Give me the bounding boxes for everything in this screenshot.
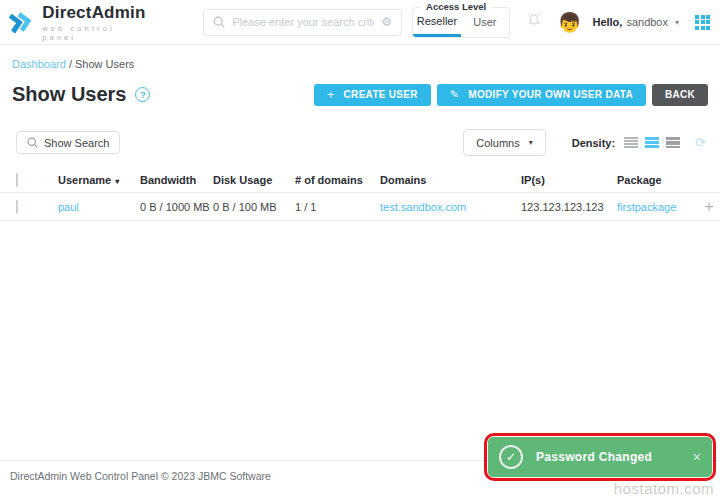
breadcrumb: Dashboard / Show Users xyxy=(0,45,720,70)
global-search[interactable]: ⚙ xyxy=(203,9,402,36)
domain-link[interactable]: test.sandbox.com xyxy=(380,201,466,213)
directadmin-page: DirectAdmin web control panel ⚙ Access L… xyxy=(0,0,720,498)
check-circle-icon: ✓ xyxy=(499,445,523,469)
logo-title: DirectAdmin xyxy=(42,3,147,23)
toast-message: Password Changed xyxy=(536,450,652,464)
logo[interactable]: DirectAdmin web control panel xyxy=(8,3,147,42)
bandwidth-value: 0 B / 1000 MB xyxy=(140,201,213,213)
modify-own-user-data-button[interactable]: ✎ MODIFY YOUR OWN USER DATA xyxy=(437,84,646,106)
search-settings-gear-icon[interactable]: ⚙ xyxy=(381,16,392,28)
access-level-label: Access Level xyxy=(421,1,491,12)
back-button[interactable]: BACK xyxy=(652,84,708,106)
chevron-down-icon: ▾ xyxy=(529,138,533,147)
greeting-hello: Hello, xyxy=(592,16,622,28)
chevron-down-icon: ▾ xyxy=(675,18,679,27)
tab-reseller[interactable]: Reseller xyxy=(413,8,461,37)
password-changed-toast: ✓ Password Changed × xyxy=(488,437,712,477)
row-checkbox[interactable] xyxy=(16,200,18,214)
apps-grid-icon[interactable] xyxy=(695,15,710,30)
table-row: paul 0 B / 1000 MB 0 B / 100 MB 1 / 1 te… xyxy=(0,193,720,221)
column-header-domains[interactable]: Domains xyxy=(380,174,521,186)
search-input[interactable] xyxy=(232,16,374,28)
table-toolbar: Show Search Columns ▾ Density: ⟳ xyxy=(0,106,720,156)
column-header-ips[interactable]: IP(s) xyxy=(521,174,617,186)
watermark: hostatom.com xyxy=(614,480,714,497)
sort-desc-icon: ▾ xyxy=(115,177,119,186)
table-header-row: Username▾ Bandwidth Disk Usage # of doma… xyxy=(0,168,720,193)
greeting-username: sandbox xyxy=(626,16,668,28)
create-user-button[interactable]: + CREATE USER xyxy=(314,84,431,106)
density-compact-icon[interactable] xyxy=(666,137,680,148)
select-all-checkbox[interactable] xyxy=(16,173,18,187)
user-avatar[interactable]: 👦 xyxy=(558,13,582,32)
notifications-bell-icon[interactable] xyxy=(525,12,543,32)
search-icon xyxy=(213,16,225,28)
table-display-tools: Columns ▾ Density: ⟳ xyxy=(463,129,706,156)
column-header-disk-usage[interactable]: Disk Usage xyxy=(213,174,295,186)
access-level-switcher: Access Level Reseller User xyxy=(412,7,510,38)
tab-user[interactable]: User xyxy=(461,8,509,37)
show-search-button[interactable]: Show Search xyxy=(16,131,120,154)
ip-value: 123.123.123.123 xyxy=(521,201,617,213)
column-header-package[interactable]: Package xyxy=(617,174,684,186)
density-comfortable-icon[interactable] xyxy=(624,137,638,148)
row-expand-plus-icon[interactable]: + xyxy=(704,197,714,216)
column-header-username[interactable]: Username▾ xyxy=(58,174,140,186)
page-title: Show Users xyxy=(12,83,126,106)
density-normal-icon[interactable] xyxy=(645,137,659,148)
columns-dropdown[interactable]: Columns ▾ xyxy=(463,129,545,156)
annotation-highlight-box: ✓ Password Changed × xyxy=(484,433,716,481)
density-label: Density: xyxy=(572,137,615,149)
action-buttons: + CREATE USER ✎ MODIFY YOUR OWN USER DAT… xyxy=(314,84,708,106)
search-icon xyxy=(27,137,38,148)
disk-usage-value: 0 B / 100 MB xyxy=(213,201,295,213)
breadcrumb-dashboard-link[interactable]: Dashboard xyxy=(12,58,66,70)
breadcrumb-separator: / xyxy=(66,58,75,70)
toast-close-icon[interactable]: × xyxy=(693,449,701,465)
title-bar: Show Users ? + CREATE USER ✎ MODIFY YOUR… xyxy=(0,70,720,106)
header: DirectAdmin web control panel ⚙ Access L… xyxy=(0,0,720,45)
footer-copyright: DirectAdmin Web Control Panel © 2023 JBM… xyxy=(10,470,271,482)
logo-subtitle: web control panel xyxy=(42,24,147,42)
plus-icon: + xyxy=(327,88,335,101)
breadcrumb-current: Show Users xyxy=(75,58,134,70)
help-icon[interactable]: ? xyxy=(135,87,150,102)
users-table: Username▾ Bandwidth Disk Usage # of doma… xyxy=(0,168,720,221)
pencil-icon: ✎ xyxy=(450,89,460,100)
column-header-bandwidth[interactable]: Bandwidth xyxy=(140,174,213,186)
num-domains-value: 1 / 1 xyxy=(295,201,380,213)
user-menu[interactable]: Hello, sandbox ▾ xyxy=(592,16,679,28)
username-link[interactable]: paul xyxy=(58,201,79,213)
directadmin-logo-icon xyxy=(8,7,36,37)
refresh-icon[interactable]: ⟳ xyxy=(695,136,706,149)
logo-text: DirectAdmin web control panel xyxy=(42,3,147,42)
package-link[interactable]: firstpackage xyxy=(617,201,676,213)
column-header-num-domains[interactable]: # of domains xyxy=(295,174,380,186)
